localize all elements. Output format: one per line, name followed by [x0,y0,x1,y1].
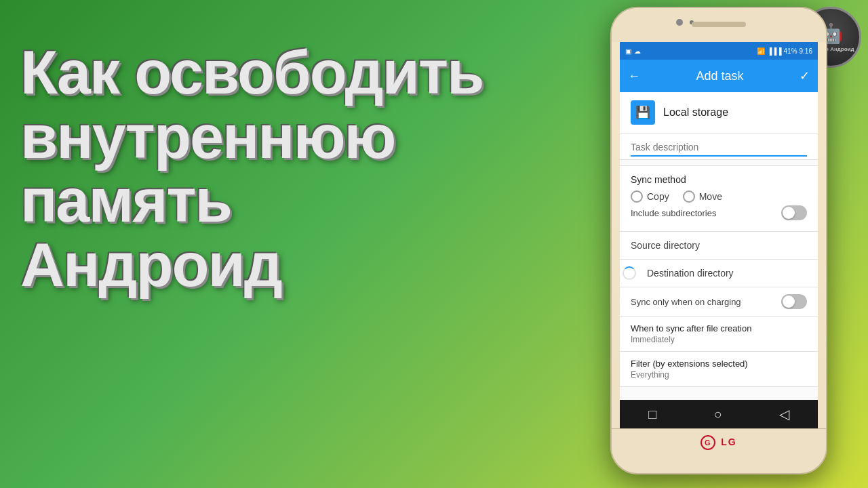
back-button[interactable]: ← [628,69,640,83]
app-bar: ← Add task ✓ [620,60,818,92]
lg-text: LG [721,436,736,447]
move-label: Move [699,191,722,202]
loading-spinner [623,266,636,280]
storage-icon: 💾 [631,100,655,125]
app-bar-title: Add task [696,69,743,83]
confirm-button[interactable]: ✓ [800,68,810,83]
battery-percent: 41% [784,47,797,55]
phone-speaker [692,22,746,27]
phone-screen: ▣ ☁ 📶 ▐▐▐ 41% 9:16 ← Add task ✓ [620,42,818,428]
phone-bottom: G LG [612,428,826,455]
phone-top [612,8,826,42]
task-description-container [620,134,818,160]
signal-icon: ▐▐▐ [767,47,781,55]
phone-camera [676,19,683,26]
filter-value: Everything [631,370,807,380]
when-to-sync-value: Immediately [631,335,807,344]
screen-icon: ▣ [625,47,631,55]
filter-title: Filter (by extensions selected) [631,359,807,369]
lg-logo: G LG [701,435,736,450]
status-right-info: 📶 ▐▐▐ 41% 9:16 [757,47,812,55]
storage-label: Local storage [663,106,728,119]
sync-charging-row: Sync only when on charging [620,287,818,317]
nav-bar: □ ○ ◁ [620,400,818,428]
russian-line1: Как освободить [20,39,483,106]
phone-body: ▣ ☁ 📶 ▐▐▐ 41% 9:16 ← Add task ✓ [610,7,827,474]
copy-option[interactable]: Copy [631,190,669,203]
russian-line4: Андроид [20,231,281,299]
storage-emoji: 💾 [635,105,650,120]
nav-back-icon[interactable]: ◁ [779,406,789,422]
russian-line3: память [20,167,231,235]
move-radio[interactable] [683,190,695,203]
sync-method-title: Sync method [631,174,807,185]
destination-directory-row[interactable]: Destination directory [620,260,818,287]
subdirectories-label: Include subdirectories [631,208,716,218]
status-left-icons: ▣ ☁ [625,47,641,55]
nav-circle-icon[interactable]: ○ [713,407,722,422]
source-directory-row[interactable]: Source directory [620,232,818,260]
sync-charging-toggle[interactable] [781,294,807,309]
russian-line2: внутреннюю [20,103,395,171]
when-to-sync-row[interactable]: When to sync after file creation Immedia… [620,317,818,352]
task-description-input[interactable] [631,139,807,157]
nav-square-icon[interactable]: □ [648,407,656,422]
subdirectories-toggle-row: Include subdirectories [631,203,807,223]
sync-radio-row: Copy Move [631,190,807,203]
copy-radio[interactable] [631,190,643,203]
destination-directory-label: Destination directory [631,268,807,279]
source-directory-label: Source directory [631,240,807,251]
russian-text-overlay: Как освободить внутреннюю память Андроид [20,41,495,297]
when-to-sync-title: When to sync after file creation [631,323,807,333]
phone-container: ▣ ☁ 📶 ▐▐▐ 41% 9:16 ← Add task ✓ [610,7,827,474]
cloud-icon: ☁ [634,47,641,55]
status-bar: ▣ ☁ 📶 ▐▐▐ 41% 9:16 [620,42,818,60]
subdirectories-toggle[interactable] [781,205,807,220]
sync-method-section: Sync method Copy Move Include subdirecto… [620,165,818,232]
local-storage-row[interactable]: 💾 Local storage [620,92,818,134]
move-option[interactable]: Move [683,190,722,203]
filter-row[interactable]: Filter (by extensions selected) Everythi… [620,352,818,387]
copy-label: Copy [647,191,669,202]
sync-charging-label: Sync only when on charging [631,297,741,307]
status-time: 9:16 [800,47,812,55]
wifi-icon: 📶 [757,47,765,55]
content-area: 💾 Local storage Sync method Copy [620,92,818,400]
